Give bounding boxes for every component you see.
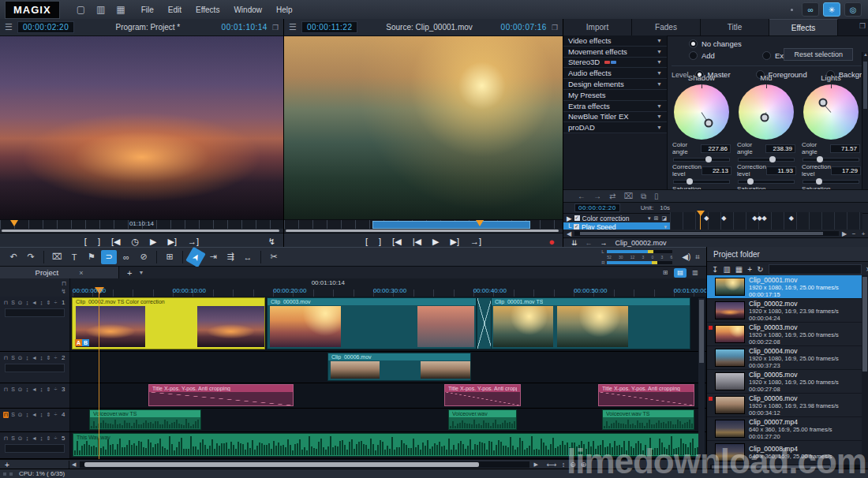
project-vertical-scrollbar[interactable] bbox=[862, 275, 868, 462]
wheel-pointer-dot[interactable] bbox=[705, 119, 713, 128]
monitor-menu-icon[interactable]: ☰ bbox=[5, 22, 13, 32]
track-vertical-scrollbar[interactable] bbox=[698, 298, 705, 457]
crossfade-transition[interactable] bbox=[477, 297, 492, 349]
link-monitors-icon[interactable]: ∞ bbox=[802, 2, 819, 17]
mute-icon[interactable]: ◄ bbox=[32, 300, 37, 305]
source-range-bar[interactable] bbox=[372, 221, 530, 229]
monitor-menu-icon[interactable]: ☰ bbox=[289, 22, 297, 32]
fade-icon[interactable]: ↨ bbox=[24, 412, 30, 417]
solo-icon[interactable]: S bbox=[10, 435, 16, 441]
track-lane-2[interactable]: Clip_00006.mov bbox=[69, 352, 700, 383]
paste-keyframe-icon[interactable]: ▯ bbox=[654, 192, 659, 200]
zoom-object-button[interactable]: ⊞ bbox=[162, 250, 178, 264]
prev-object-icon[interactable]: ← bbox=[586, 239, 593, 247]
menu-window[interactable]: Window bbox=[226, 6, 269, 14]
media-item-clip_00006.mov[interactable]: Clip_00006.mov1920 x 1080, 16:9, 23.98 f… bbox=[707, 394, 862, 417]
media-item-clip_00005.mov[interactable]: Clip_00005.mov1920 x 1080, 16:9, 25.00 f… bbox=[707, 370, 862, 394]
timeline-horizontal-scrollbar[interactable] bbox=[80, 461, 529, 468]
correction-level-slider[interactable] bbox=[673, 180, 730, 184]
scroll-left-icon[interactable]: ◀ bbox=[565, 230, 573, 237]
minimize-icon[interactable]: ÷ bbox=[53, 412, 58, 417]
solo-icon[interactable]: S bbox=[10, 412, 16, 417]
slider-knob[interactable] bbox=[816, 178, 822, 185]
color-angle-slider[interactable] bbox=[738, 158, 795, 162]
copy-keyframe-icon[interactable]: ⧉ bbox=[641, 192, 646, 201]
menu-help[interactable]: Help bbox=[269, 6, 300, 14]
category-design-elements[interactable]: Design elements▼ bbox=[563, 79, 667, 90]
clip-this[interactable]: This Way.wav bbox=[73, 433, 700, 457]
lock-icon[interactable]: ⊓ bbox=[3, 355, 9, 361]
monitor-grid-icon[interactable]: ⌗ bbox=[695, 252, 700, 262]
fade-icon[interactable]: ↨ bbox=[24, 387, 30, 392]
next-keyframe-icon[interactable]: → bbox=[593, 192, 601, 200]
fade-icon[interactable]: ↨ bbox=[24, 355, 30, 360]
media-pool-icon[interactable]: ✳ bbox=[823, 2, 840, 17]
zoom-out-icon[interactable]: ⊖ bbox=[570, 461, 576, 469]
mute-icon[interactable]: ◄ bbox=[32, 355, 37, 360]
row-control-icon[interactable]: ⊞ bbox=[654, 215, 659, 222]
monitor-icon[interactable]: ⊙ bbox=[17, 412, 23, 418]
import-icon[interactable]: ↧ bbox=[712, 265, 718, 274]
lock-icon[interactable]: ⊓ bbox=[3, 300, 9, 306]
keyframe-diamond[interactable]: ◆ bbox=[789, 215, 794, 222]
minimize-icon[interactable]: ÷ bbox=[53, 387, 58, 392]
ungroup-button[interactable]: ⊘ bbox=[136, 250, 152, 264]
tab-list-chevron-icon[interactable]: ▼ bbox=[138, 270, 144, 275]
effects-scrollbar[interactable]: ▲▼ bbox=[862, 52, 868, 206]
row-control-icon[interactable]: ◪ bbox=[661, 215, 667, 222]
single-object-mode-button[interactable]: ⇥ bbox=[205, 250, 221, 264]
no-changes-radio[interactable] bbox=[689, 39, 698, 48]
keyframe-diamond[interactable]: ◆ bbox=[721, 215, 726, 222]
jump-end-button[interactable]: →] bbox=[188, 237, 199, 246]
group-button[interactable]: ∞ bbox=[118, 250, 134, 264]
track-name-input[interactable] bbox=[5, 444, 65, 453]
timeline-view-button[interactable]: ▤ bbox=[674, 268, 687, 278]
media-search-input[interactable] bbox=[769, 264, 862, 274]
record-button[interactable]: ● bbox=[548, 237, 555, 247]
track-header-5[interactable]: ⊓S⊙↨◄↨⇕÷5 bbox=[0, 432, 70, 458]
fade-icon[interactable]: ↨ bbox=[24, 435, 30, 441]
track-name-input[interactable] bbox=[5, 308, 65, 317]
mark-in-button[interactable]: [ bbox=[365, 237, 368, 246]
stretch-mode-button[interactable]: ↔ bbox=[240, 250, 256, 264]
media-item-clip_00007.mp4[interactable]: Clip_00007.mp4640 x 360, 16:9, 25.00 fra… bbox=[707, 417, 862, 441]
add-media-icon[interactable]: + bbox=[747, 265, 752, 274]
category-movement-effects[interactable]: Movement effects▼ bbox=[563, 47, 667, 58]
playback-options-button[interactable]: ↯ bbox=[268, 237, 275, 246]
redo-button[interactable]: ↷ bbox=[23, 250, 39, 264]
delete-button[interactable]: ⌧ bbox=[49, 250, 65, 264]
timeline-ruler[interactable]: ⊓ ↯ 00:01:10:14 00:00:00:0000:00:10:0000… bbox=[0, 278, 706, 297]
marker-button[interactable]: ⚑ bbox=[84, 250, 99, 264]
media-item-clip_00003.mov[interactable]: Clip_00003.mov1920 x 1080, 16:9, 25.00 f… bbox=[707, 323, 862, 346]
prev-frame-button[interactable]: |◀ bbox=[413, 237, 421, 246]
ruler-lane[interactable]: 00:01:10:14 00:00:00:0000:00:10:0000:00:… bbox=[69, 278, 706, 297]
jump-start-button[interactable]: [◀ bbox=[392, 237, 402, 246]
menu-file[interactable]: File bbox=[134, 6, 161, 14]
source-timecode[interactable]: 00:00:11:22 bbox=[301, 21, 358, 33]
source-playhead-marker[interactable] bbox=[476, 220, 484, 226]
minimize-icon[interactable]: ÷ bbox=[53, 300, 58, 305]
track-lane-3[interactable]: Title X-pos. Y-pos. Anti croppingTitle X… bbox=[69, 383, 700, 408]
scene-view-button[interactable]: ▥ bbox=[689, 268, 702, 278]
extract-radio[interactable] bbox=[762, 51, 771, 60]
category-audio-effects[interactable]: Audio effects▼ bbox=[563, 68, 667, 79]
razor-button[interactable]: ✂ bbox=[266, 250, 282, 264]
auto-icon[interactable]: ↯ bbox=[61, 288, 66, 295]
media-item-clip_00002.mov[interactable]: Clip_00002.mov1920 x 1080, 16:9, 23.98 f… bbox=[707, 299, 862, 323]
fx-icon[interactable]: ↨ bbox=[39, 387, 44, 392]
slider-knob[interactable] bbox=[769, 156, 776, 162]
program-timecode[interactable]: 00:00:02:20 bbox=[17, 21, 74, 33]
clip-title[interactable]: Title X-pos. Y-pos. Anti cropping bbox=[598, 384, 694, 406]
clip-clip_00003.mov[interactable]: Clip_00003.mov bbox=[267, 297, 477, 349]
minimize-icon[interactable]: ÷ bbox=[53, 355, 58, 360]
zoom-in-icon[interactable]: + bbox=[859, 230, 867, 237]
monitor-icon[interactable]: ⊙ bbox=[17, 300, 23, 306]
tab-title[interactable]: Title bbox=[701, 19, 769, 35]
slider-knob[interactable] bbox=[687, 178, 693, 185]
track-header-3[interactable]: ⊓S⊙↨◄↨⇕÷3 bbox=[0, 383, 70, 408]
row-control-icon[interactable]: ▾ bbox=[648, 215, 651, 222]
lock-all-icon[interactable]: ⊓ bbox=[62, 280, 66, 287]
solo-icon[interactable]: S bbox=[10, 355, 16, 360]
media-item-clip_00001.mov[interactable]: Clip_00001.mov1920 x 1080, 16:9, 25.00 f… bbox=[707, 275, 862, 299]
fx-icon[interactable]: ↨ bbox=[39, 412, 44, 417]
